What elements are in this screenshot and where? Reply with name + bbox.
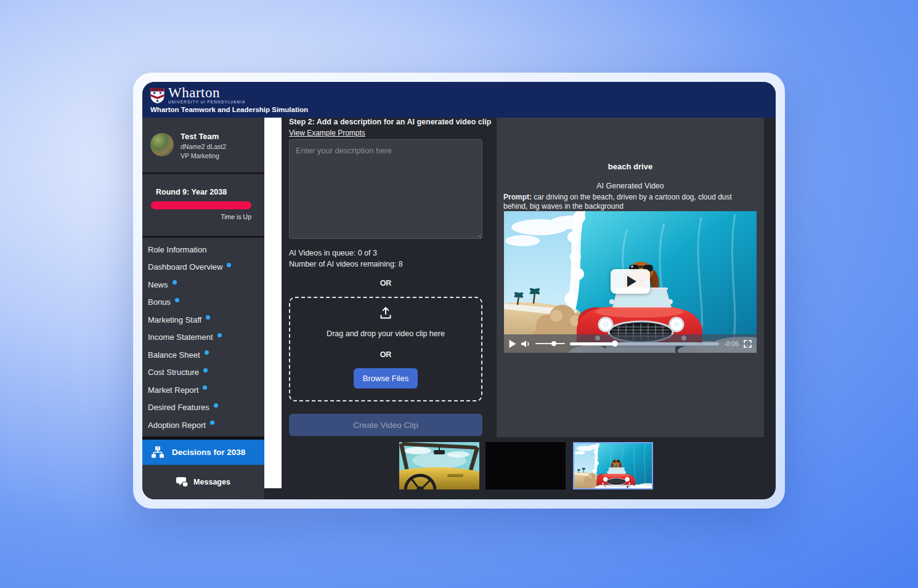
beach-clip-preview — [574, 443, 652, 488]
time-remaining: -0:06 — [724, 340, 739, 347]
member-role: VP Marketing — [181, 153, 226, 159]
notification-dot — [203, 385, 207, 390]
wharton-logo: Wharton UNIVERSITY of PENNSYLVANIA — [150, 86, 245, 105]
sidebar-item-desired-features[interactable]: Desired Features — [142, 399, 264, 417]
volume-icon[interactable] — [521, 340, 530, 348]
sidebar-item-balance-sheet[interactable]: Balance Sheet — [142, 346, 264, 364]
notification-dot — [214, 403, 218, 408]
sidebar-item-adoption-report[interactable]: Adoption Report — [142, 416, 264, 434]
thumbnail-black-clip[interactable] — [485, 442, 566, 489]
video-type-label: AI Generated Video — [497, 182, 764, 190]
notification-dot — [205, 350, 209, 355]
divider — [142, 172, 264, 174]
university-name: UNIVERSITY of PENNSYLVANIA — [168, 100, 245, 105]
timer-status: Time is Up — [142, 213, 251, 220]
round-label: Round 9: Year 2038 — [156, 188, 227, 196]
video-panel: beach drive AI Generated Video Prompt: c… — [497, 118, 764, 437]
prompt-label: Prompt: — [503, 193, 532, 201]
sidebar-item-income-statement[interactable]: Income Statement — [142, 329, 264, 347]
notification-dot — [175, 298, 179, 302]
decisions-label: Decisions for 2038 — [172, 448, 245, 457]
wharton-shield-icon — [150, 87, 165, 104]
notification-dot — [210, 421, 214, 425]
sidebar-item-news[interactable]: News — [142, 276, 264, 294]
upload-icon — [378, 305, 394, 321]
svg-text:?: ? — [156, 446, 159, 450]
play-button-overlay[interactable] — [611, 269, 650, 294]
view-example-prompts-link[interactable]: View Example Prompts — [289, 129, 365, 137]
drop-instruction: Drag and drop your video clip here — [327, 329, 445, 338]
description-input[interactable] — [289, 139, 482, 239]
video-title: beach drive — [497, 162, 764, 171]
divider — [142, 236, 264, 238]
app-header: Wharton UNIVERSITY of PENNSYLVANIA Whart… — [142, 82, 776, 118]
notification-dot — [206, 315, 210, 320]
play-icon — [627, 276, 636, 287]
round-timer-progress-bar — [151, 201, 251, 209]
notification-dot — [227, 263, 231, 267]
notification-dot — [203, 368, 208, 373]
thumbnail-yellow-car-interior[interactable] — [399, 442, 479, 489]
video-player[interactable]: -0:06 — [504, 211, 757, 353]
sidebar-content-gap — [264, 118, 282, 488]
app-title: Wharton Teamwork and Leadership Simulati… — [150, 106, 308, 113]
drop-or-divider: OR — [380, 350, 392, 359]
fullscreen-icon[interactable] — [744, 340, 752, 348]
sidebar-nav: Role Information Dashboard Overview News… — [142, 241, 264, 434]
app-content: Wharton UNIVERSITY of PENNSYLVANIA Whart… — [142, 82, 776, 499]
sidebar: Test Team dName2 dLast2 VP Marketing Rou… — [142, 118, 264, 499]
create-video-clip-button[interactable]: Create Video Clip — [289, 414, 482, 436]
queue-status: AI Videos in queue: 0 of 3 — [289, 249, 377, 257]
interior-clip-preview — [399, 442, 479, 489]
seek-played — [570, 342, 615, 345]
video-dropzone[interactable]: Drag and drop your video clip here OR Br… — [289, 297, 482, 401]
or-divider: OR — [289, 279, 482, 288]
video-prompt: Prompt: car driving on the beach, driven… — [503, 193, 756, 211]
seek-bar[interactable] — [570, 342, 719, 345]
volume-slider[interactable] — [535, 343, 565, 345]
thumbnail-beach-drive-selected[interactable] — [573, 442, 653, 489]
app-window: Wharton UNIVERSITY of PENNSYLVANIA Whart… — [133, 73, 785, 509]
sidebar-item-bonus[interactable]: Bonus — [142, 294, 264, 312]
notification-dot — [217, 333, 222, 337]
prompt-text: car driving on the beach, driven by a ca… — [503, 193, 732, 211]
step-title: Step 2: Add a description for an AI gene… — [289, 118, 492, 126]
sidebar-item-market-report[interactable]: Market Report — [142, 381, 264, 399]
messages-label: Messages — [193, 478, 230, 486]
messages-chat-icon — [176, 477, 189, 488]
sidebar-item-role-information[interactable]: Role Information — [142, 241, 264, 259]
team-avatar — [150, 133, 174, 156]
decisions-org-chart-icon: ? — [151, 446, 165, 459]
sidebar-item-cost-structure[interactable]: Cost Structure — [142, 364, 264, 382]
browse-files-button[interactable]: Browse Files — [354, 368, 418, 389]
member-name: dName2 dLast2 — [181, 143, 226, 150]
remaining-status: Number of AI videos remaining: 8 — [289, 260, 403, 268]
video-controls: -0:06 — [504, 334, 757, 353]
play-control-icon[interactable] — [509, 340, 516, 348]
team-name: Test Team — [181, 132, 226, 140]
sidebar-item-dashboard-overview[interactable]: Dashboard Overview — [142, 259, 264, 276]
brand-name: Wharton — [168, 86, 245, 100]
sidebar-item-messages[interactable]: Messages — [142, 470, 264, 494]
notification-dot — [173, 280, 177, 284]
sidebar-item-decisions[interactable]: ? Decisions for 2038 — [142, 440, 264, 465]
volume-thumb[interactable] — [551, 341, 556, 346]
sidebar-item-marketing-staff[interactable]: Marketing Staff — [142, 311, 264, 329]
